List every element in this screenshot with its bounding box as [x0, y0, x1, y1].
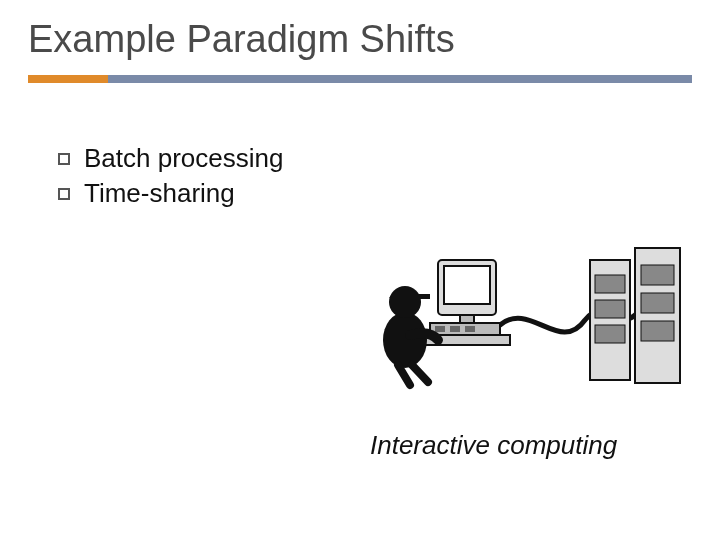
bullet-text: Time-sharing	[84, 178, 235, 209]
svg-rect-18	[418, 294, 430, 299]
interactive-computing-illustration	[350, 220, 690, 400]
person-icon	[383, 286, 438, 385]
svg-rect-3	[595, 325, 625, 343]
server-icon	[590, 260, 630, 380]
svg-rect-14	[444, 266, 490, 304]
illustration-caption: Interactive computing	[370, 430, 617, 461]
svg-rect-7	[641, 321, 674, 341]
svg-rect-11	[450, 326, 460, 332]
divider-accent	[28, 75, 108, 83]
bullet-marker-icon	[58, 188, 70, 200]
list-item: Time-sharing	[58, 178, 692, 209]
svg-rect-15	[460, 315, 474, 323]
svg-point-16	[383, 312, 427, 368]
slide-title: Example Paradigm Shifts	[28, 18, 692, 61]
divider-rest	[108, 75, 692, 83]
bullet-list: Batch processing Time-sharing	[58, 143, 692, 209]
svg-rect-5	[641, 265, 674, 285]
svg-rect-12	[465, 326, 475, 332]
svg-rect-2	[595, 300, 625, 318]
bullet-text: Batch processing	[84, 143, 283, 174]
svg-rect-6	[641, 293, 674, 313]
slide: Example Paradigm Shifts Batch processing…	[0, 0, 720, 540]
bullet-marker-icon	[58, 153, 70, 165]
svg-rect-10	[435, 326, 445, 332]
divider	[28, 75, 692, 83]
list-item: Batch processing	[58, 143, 692, 174]
server-icon	[635, 248, 680, 383]
svg-rect-1	[595, 275, 625, 293]
